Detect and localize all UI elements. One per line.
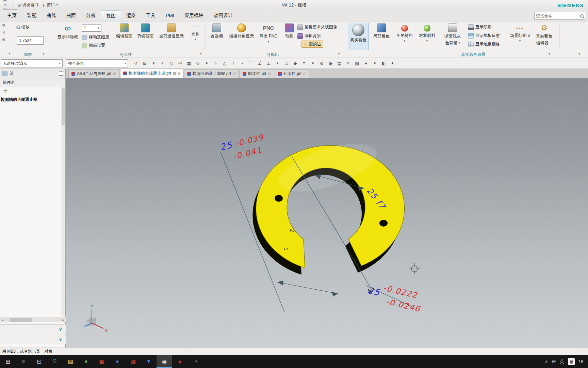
- zoom-value-input[interactable]: 1.7524: [17, 36, 44, 45]
- caret-down-icon[interactable]: ▾: [43, 52, 45, 56]
- switch-window-button[interactable]: ⊞ 切换窗口: [17, 2, 38, 8]
- selection-toolbar-icon[interactable]: /: [229, 59, 237, 67]
- selection-toolbar-icon[interactable]: ↺: [132, 59, 140, 67]
- selection-toolbar-icon[interactable]: ✂: [176, 59, 184, 67]
- ribbon-tab[interactable]: 工具: [141, 10, 161, 21]
- caret-down-icon[interactable]: ▾: [549, 52, 550, 56]
- selection-toolbar-icon[interactable]: ◇: [194, 59, 202, 67]
- tree-item[interactable]: 面: [0, 87, 65, 95]
- show-shadow-button[interactable]: 显示阴影: [468, 24, 492, 30]
- command-search-input[interactable]: [536, 14, 580, 18]
- collapsed-section[interactable]: ∨: [0, 335, 66, 344]
- selection-toolbar-icon[interactable]: ▦: [185, 59, 193, 67]
- qat-icon-glyph[interactable]: ▣: [3, 0, 7, 2]
- caret-down-icon[interactable]: ▾: [338, 52, 340, 56]
- file-tab[interactable]: 检测轴的卡规通止规.prt ⊡ ×: [120, 68, 183, 78]
- taskbar-icon[interactable]: ◔: [188, 355, 203, 368]
- selection-toolbar-icon[interactable]: △: [220, 59, 228, 67]
- selection-toolbar-icon[interactable]: ~: [238, 59, 246, 67]
- selection-toolbar-icon[interactable]: ▾: [203, 59, 211, 67]
- collapsed-section[interactable]: ∨: [0, 324, 66, 334]
- global-material-button[interactable]: 全局材料 ▾: [395, 25, 414, 43]
- taskbar-icon[interactable]: ⊞: [0, 355, 16, 368]
- taskbar-icon[interactable]: ▦: [94, 355, 110, 368]
- group-label-visibility[interactable]: 可见性: [112, 52, 140, 58]
- ribbon-tab[interactable]: PMI: [161, 10, 179, 21]
- group-label-shading[interactable]: 真实着色设置: [455, 52, 492, 58]
- show-hide-button[interactable]: ∞ 显示和隐藏: [56, 24, 79, 40]
- selection-toolbar-icon[interactable]: ▾: [150, 59, 158, 67]
- ribbon-tab[interactable]: 分析: [81, 10, 101, 21]
- chevron-down-icon[interactable]: ∨: [59, 337, 62, 342]
- animation-button[interactable]: 动画: [282, 24, 297, 39]
- ribbon-tab[interactable]: 曲面: [61, 10, 81, 21]
- more-button[interactable]: ⋯ 更多 ▾: [188, 24, 203, 41]
- selection-toolbar-icon[interactable]: ⌒: [247, 59, 255, 67]
- file-tab[interactable]: 轴零件.prt ⊡ ×: [240, 69, 274, 78]
- taskbar-icon[interactable]: ⊟: [31, 355, 47, 368]
- graphics-viewport[interactable]: 2 1 25 -0.039 -0.041 25 f7 25 -0.0222 -0…: [66, 78, 588, 348]
- gradient-background-button[interactable]: 渐变浅灰 色背景 ▾: [441, 24, 464, 46]
- taskbar-icon[interactable]: ○: [16, 355, 31, 368]
- floor-grid-button[interactable]: 显示地板栅格: [468, 41, 500, 47]
- scene-light-button[interactable]: ••• 场景灯光 3 ▾: [508, 25, 532, 43]
- group-label-visualization[interactable]: 可视化: [261, 52, 284, 58]
- selection-toolbar-icon[interactable]: ◆: [291, 59, 299, 67]
- object-material-button[interactable]: 对象材料 ▾: [417, 25, 437, 43]
- show-through-button[interactable]: 全部通透显示: [157, 24, 186, 39]
- edit-object-display-button[interactable]: 编辑对象显示: [227, 24, 256, 39]
- selection-toolbar-icon[interactable]: ≡: [300, 59, 308, 67]
- preferences-button[interactable]: 首选项: [208, 24, 225, 39]
- caret-down-icon[interactable]: ▾: [200, 52, 202, 56]
- shading-editor-button[interactable]: ⚙ 真实着色 编辑器...: [533, 24, 555, 46]
- taskbar-icon[interactable]: ◉: [157, 355, 172, 368]
- move-to-layer-button[interactable]: 移动至图层: [82, 34, 109, 40]
- window-menu-button[interactable]: ◫ 窗口 ▾: [42, 2, 58, 8]
- selection-toolbar-icon[interactable]: ○: [212, 59, 219, 67]
- group-label-zoom[interactable]: 缩放: [15, 52, 41, 58]
- selection-toolbar-icon[interactable]: ∠: [256, 59, 264, 67]
- selection-toolbar-icon[interactable]: ◎: [167, 59, 175, 67]
- work-layer-combo[interactable]: 1 ▾: [82, 24, 101, 32]
- detach-panel-icon[interactable]: [59, 71, 63, 76]
- edit-background-button[interactable]: 编辑背景: [297, 33, 321, 39]
- close-icon[interactable]: ×: [178, 71, 180, 76]
- navigator-vertical-scrollbar[interactable]: [61, 87, 65, 316]
- scroll-right-icon[interactable]: ▸: [61, 318, 66, 322]
- face-edges-button[interactable]: ◇ 面的边: [301, 41, 323, 48]
- selection-toolbar-icon[interactable]: ◉: [327, 59, 334, 67]
- zoom-button[interactable]: 缩放: [16, 24, 30, 30]
- selection-filter-combo[interactable]: 无选择过滤器 ▾: [1, 59, 63, 67]
- ribbon-tab[interactable]: 主页: [2, 10, 22, 21]
- ribbon-tab[interactable]: 渲染: [121, 10, 141, 21]
- true-shading-button[interactable]: 真实着色: [348, 23, 369, 50]
- edit-section-button[interactable]: 编辑截面: [114, 24, 134, 39]
- taskbar-icon[interactable]: ▤: [63, 355, 78, 368]
- selection-toolbar-icon[interactable]: ▧: [353, 59, 361, 67]
- qat-icon-glyph[interactable]: ↶: [7, 0, 11, 2]
- taskbar-icon[interactable]: ●: [78, 355, 94, 368]
- layer-settings-button[interactable]: 图层设置: [82, 43, 105, 48]
- floor-reflection-button[interactable]: 显示地板反射: [468, 33, 500, 39]
- file-tab[interactable]: ASS产品与量规.prt ⊡ ×: [68, 69, 119, 78]
- selection-toolbar-icon[interactable]: ▾: [371, 59, 379, 67]
- selection-toolbar-icon[interactable]: ⊥: [265, 59, 273, 67]
- orientation-triad[interactable]: Y X: [84, 304, 108, 333]
- selection-toolbar-icon[interactable]: ⌖: [159, 59, 166, 67]
- taskbar-icon[interactable]: S: [47, 355, 63, 368]
- scrollbar-thumb[interactable]: [62, 88, 65, 125]
- clip-section-button[interactable]: 剪切截面: [135, 24, 155, 39]
- scroll-left-icon[interactable]: ◂: [0, 318, 5, 322]
- layout-icon[interactable]: ⊞: [1, 36, 5, 42]
- selection-toolbar-icon[interactable]: ●: [362, 59, 370, 67]
- taskbar-icon[interactable]: ▦: [125, 355, 141, 368]
- caret-down-icon[interactable]: ▾: [9, 52, 11, 55]
- partial-shading-button[interactable]: 局部着色: [372, 24, 391, 39]
- navigator-horizontal-scrollbar[interactable]: ◂ ▸: [0, 317, 66, 322]
- model-view[interactable]: 2 1 25 -0.039 -0.041 25 f7 25 -0.0222 -0…: [66, 78, 588, 348]
- selection-toolbar-icon[interactable]: ⊕: [318, 59, 326, 67]
- file-tab[interactable]: 孔零件.prt ⊡ ×: [275, 69, 310, 78]
- language-indicator[interactable]: 英: [560, 358, 564, 365]
- chevron-down-icon[interactable]: ∨: [59, 327, 62, 332]
- layout-icon[interactable]: ⊞: [1, 23, 5, 28]
